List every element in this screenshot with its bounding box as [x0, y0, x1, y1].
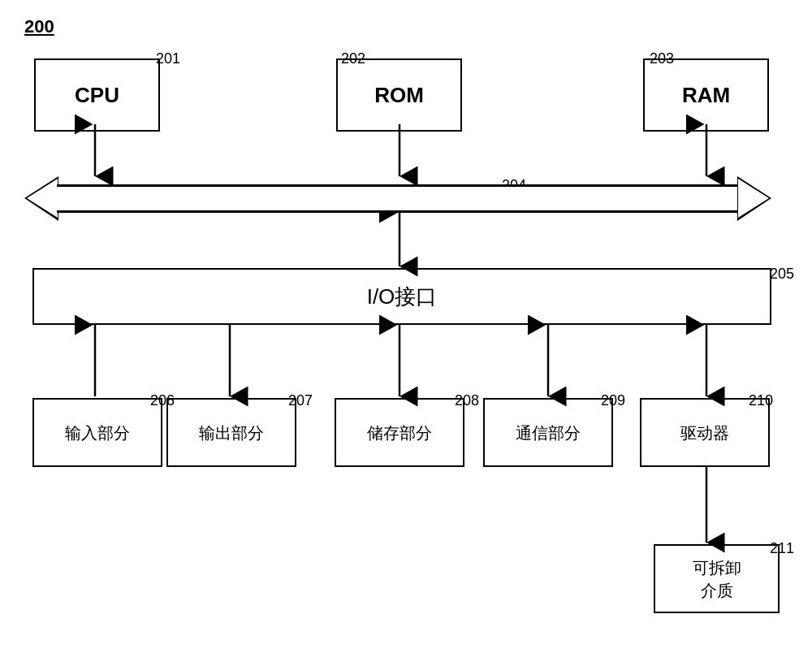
communication-box: 通信部分 [483, 398, 613, 467]
driver-box: 驱动器 [640, 398, 770, 467]
removable-box: 可拆卸 介质 [654, 544, 780, 613]
input-box: 输入部分 [32, 398, 162, 467]
bus-arrow [24, 176, 771, 221]
bus-arrow-body [57, 184, 739, 213]
io-box: I/O接口 [32, 268, 771, 325]
ref-205: 205 [770, 266, 794, 283]
diagram-label: 200 [24, 16, 54, 37]
storage-box: 储存部分 [335, 398, 464, 467]
output-box: 输出部分 [166, 398, 296, 467]
diagram-container: 200 [24, 16, 788, 642]
ram-box: RAM [643, 58, 769, 132]
bus-arrow-right-inner [738, 179, 769, 218]
bus-arrow-left-inner [27, 179, 58, 218]
rom-box: ROM [336, 58, 462, 132]
cpu-box: CPU [34, 58, 160, 132]
